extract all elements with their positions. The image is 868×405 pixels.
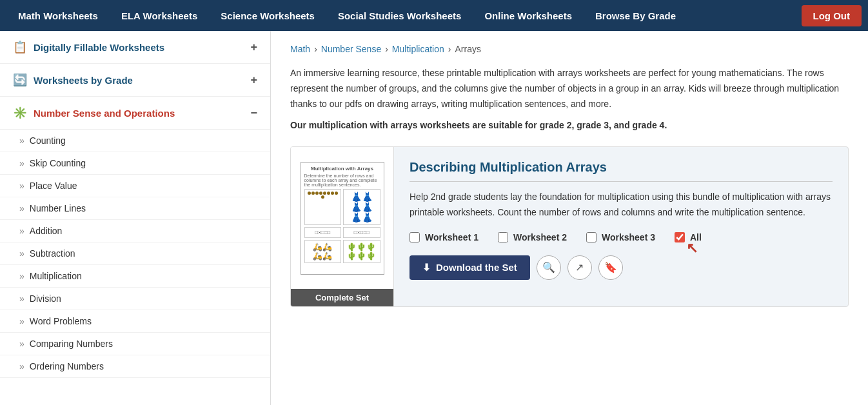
breadcrumb-current: Arrays <box>455 44 480 54</box>
worksheet-thumbnail[interactable]: Multiplication with Arrays Determine the… <box>291 147 394 306</box>
worksheet-info: Describing Multiplication Arrays Help 2n… <box>394 147 848 306</box>
sidebar-worksheets-by-grade-label: Worksheets by Grade <box>34 75 133 86</box>
nav-math[interactable]: Math Worksheets <box>6 10 110 21</box>
expand-worksheets-by-grade-icon: + <box>250 74 257 87</box>
share-button[interactable]: ↗ <box>567 255 592 280</box>
arrow-indicator-icon: ↖ <box>686 240 698 257</box>
collapse-number-sense-icon: − <box>250 106 257 120</box>
worksheet-checkboxes: Worksheet 1 Worksheet 2 Worksheet 3 All … <box>409 232 833 242</box>
breadcrumb-multiplication[interactable]: Multiplication <box>392 44 444 54</box>
worksheet1-checkbox[interactable] <box>409 232 420 242</box>
nav-online[interactable]: Online Worksheets <box>473 10 584 21</box>
sidebar-item-worksheets-by-grade[interactable]: 🔄 Worksheets by Grade + <box>0 64 270 97</box>
sidebar-sub-ordering-numbers[interactable]: Ordering Numbers <box>0 355 270 378</box>
worksheet3-label: Worksheet 3 <box>602 232 655 242</box>
sidebar-item-number-sense[interactable]: ✳️ Number Sense and Operations − <box>0 97 270 130</box>
sidebar-sub-subtraction[interactable]: Subtraction <box>0 242 270 265</box>
sidebar-sub-counting[interactable]: Counting <box>0 130 270 152</box>
breadcrumb: Math › Number Sense › Multiplication › A… <box>290 44 849 54</box>
nav-science[interactable]: Science Worksheets <box>209 10 326 21</box>
number-sense-icon: ✳️ <box>13 106 27 120</box>
sidebar-sub-comparing-numbers[interactable]: Comparing Numbers <box>0 333 270 355</box>
nav-ela[interactable]: ELA Worksheets <box>110 10 209 21</box>
sidebar-sub-skip-counting[interactable]: Skip Counting <box>0 152 270 175</box>
main-content: Math › Number Sense › Multiplication › A… <box>271 31 868 405</box>
breadcrumb-sep-2: › <box>385 44 388 54</box>
worksheet2-checkbox-label[interactable]: Worksheet 2 <box>498 232 567 242</box>
page-description: An immersive learning resource, these pr… <box>290 66 849 112</box>
page-description-bold: Our multiplication with arrays worksheet… <box>290 118 849 133</box>
sidebar-sub-multiplication[interactable]: Multiplication <box>0 265 270 288</box>
worksheet1-label: Worksheet 1 <box>425 232 478 242</box>
worksheet-actions: ⬇ Download the Set 🔍 ↗ 🔖 <box>409 255 833 280</box>
worksheet-card-description: Help 2nd grade students lay the foundati… <box>409 190 833 221</box>
download-button[interactable]: ⬇ Download the Set <box>409 255 530 280</box>
sidebar-sub-number-lines[interactable]: Number Lines <box>0 197 270 220</box>
search-button[interactable]: 🔍 <box>537 255 561 280</box>
all-checkbox[interactable] <box>675 232 685 242</box>
worksheet2-label: Worksheet 2 <box>513 232 567 242</box>
breadcrumb-sep-3: › <box>448 44 451 54</box>
sidebar-number-sense-label: Number Sense and Operations <box>34 108 175 119</box>
expand-digitally-fillable-icon: + <box>250 41 257 54</box>
worksheet3-checkbox[interactable] <box>586 232 597 242</box>
all-checkbox-container: All ↖ <box>675 232 702 242</box>
top-navigation: Math Worksheets ELA Worksheets Science W… <box>0 0 868 31</box>
bookmark-icon: 🔖 <box>604 261 617 273</box>
sidebar-sub-addition[interactable]: Addition <box>0 220 270 242</box>
share-icon: ↗ <box>575 261 584 273</box>
breadcrumb-math[interactable]: Math <box>290 44 310 54</box>
sidebar-sub-division[interactable]: Division <box>0 288 270 310</box>
nav-social-studies[interactable]: Social Studies Worksheets <box>326 10 473 21</box>
sidebar-sub-place-value[interactable]: Place Value <box>0 175 270 197</box>
worksheet3-checkbox-label[interactable]: Worksheet 3 <box>586 232 655 242</box>
worksheet-card-title: Describing Multiplication Arrays <box>409 160 833 182</box>
logout-button[interactable]: Log Out <box>802 5 862 26</box>
download-icon: ⬇ <box>422 262 431 273</box>
worksheets-by-grade-icon: 🔄 <box>13 73 27 87</box>
worksheet1-checkbox-label[interactable]: Worksheet 1 <box>409 232 478 242</box>
page-layout: 📋 Digitally Fillable Worksheets + 🔄 Work… <box>0 31 868 405</box>
nav-browse-grade[interactable]: Browse By Grade <box>584 10 687 21</box>
sidebar-digitally-fillable-label: Digitally Fillable Worksheets <box>34 42 164 53</box>
download-button-label: Download the Set <box>436 262 517 273</box>
digitally-fillable-icon: 📋 <box>13 40 27 54</box>
worksheet-card: Multiplication with Arrays Determine the… <box>290 146 849 307</box>
sidebar-sub-word-problems[interactable]: Word Problems <box>0 310 270 333</box>
worksheet2-checkbox[interactable] <box>498 232 508 242</box>
sidebar: 📋 Digitally Fillable Worksheets + 🔄 Work… <box>0 31 271 405</box>
sidebar-sub-items: Counting Skip Counting Place Value Numbe… <box>0 130 270 378</box>
search-icon: 🔍 <box>542 261 555 273</box>
breadcrumb-sep-1: › <box>314 44 317 54</box>
breadcrumb-number-sense[interactable]: Number Sense <box>321 44 381 54</box>
complete-set-label: Complete Set <box>291 289 393 306</box>
bookmark-button[interactable]: 🔖 <box>598 255 623 280</box>
sidebar-item-digitally-fillable[interactable]: 📋 Digitally Fillable Worksheets + <box>0 31 270 64</box>
